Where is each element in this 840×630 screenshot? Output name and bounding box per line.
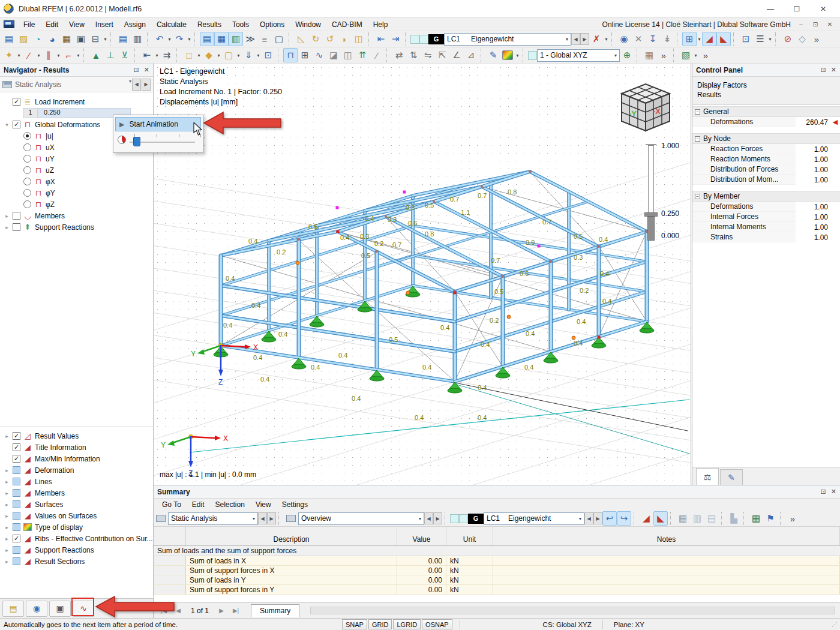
work-plane-status[interactable]: Plane: XY: [609, 621, 649, 628]
table-row[interactable]: Sum of loads in X0.00kN: [154, 556, 840, 566]
control-panel-close-icon[interactable]: ✕: [831, 66, 836, 74]
summary-menu-selection[interactable]: Selection: [211, 500, 250, 509]
snap-toggle-lgrid[interactable]: LGRID: [393, 619, 421, 629]
new-line-icon[interactable]: ∕: [22, 48, 36, 62]
table-row[interactable]: Sum of support forces in X0.00kN: [154, 566, 840, 575]
new-surface-icon[interactable]: □: [182, 48, 196, 62]
dimension-xx-icon[interactable]: ⇥: [388, 32, 403, 46]
navigator-float-icon[interactable]: ⊡: [134, 66, 139, 74]
overflow-row1-icon[interactable]: »: [809, 32, 824, 46]
checkbox[interactable]: ✓: [13, 455, 20, 463]
results-navigator-toggle-icon[interactable]: ▥: [229, 32, 243, 46]
open-model-icon[interactable]: ▨: [16, 32, 31, 46]
checkbox[interactable]: [13, 500, 20, 508]
menu-cad-bim[interactable]: CAD-BIM: [326, 19, 368, 30]
checkbox[interactable]: [13, 512, 20, 520]
display-option-values-on-surfaces[interactable]: ▸◢Values on Surfaces: [1, 510, 153, 521]
trim-tool-icon[interactable]: ∠: [449, 48, 464, 62]
undo-icon[interactable]: ↶: [152, 32, 167, 46]
factor-group-by-member[interactable]: −By Member: [692, 191, 840, 202]
zoom-cancel-icon[interactable]: ⊘: [781, 32, 795, 46]
load-case-combo[interactable]: LC1 Eigengewicht ▾: [444, 33, 571, 46]
magic-wand-icon[interactable]: ✎: [486, 48, 500, 62]
expander-icon[interactable]: ▾: [4, 122, 10, 128]
new-node-icon[interactable]: ✦: [2, 48, 16, 62]
snap-toggle-osnap[interactable]: OSNAP: [422, 619, 452, 629]
page-last-button[interactable]: ▶|: [230, 607, 241, 614]
display-option-title-information[interactable]: ✓◢Title Information: [1, 442, 153, 453]
menu-results[interactable]: Results: [192, 19, 227, 30]
menu-options[interactable]: Options: [254, 19, 290, 30]
summary-analysis-combo[interactable]: Static Analysis▾: [168, 512, 258, 525]
factor-value[interactable]: 260.47: [796, 117, 830, 127]
line-support-icon[interactable]: ⊥: [103, 48, 118, 62]
expander-icon[interactable]: ▸: [4, 213, 10, 219]
menu-tools[interactable]: Tools: [227, 19, 254, 30]
tree-item--y[interactable]: ⊓φY: [1, 187, 153, 199]
new-node-dropdown-icon[interactable]: ▾: [16, 53, 22, 58]
summary-view-combo[interactable]: Overview▾: [298, 512, 424, 525]
new-load-icon[interactable]: ⇓: [241, 48, 256, 62]
factor-value[interactable]: 1.00: [796, 222, 830, 232]
show-result-xxx-icon[interactable]: ◣: [653, 511, 668, 526]
maximize-button[interactable]: ☐: [784, 1, 810, 17]
new-opening-dropdown-icon[interactable]: ▾: [236, 53, 241, 58]
summary-case-next[interactable]: ▶: [593, 512, 602, 524]
summary-close-icon[interactable]: ✕: [831, 488, 836, 496]
factor-value[interactable]: 1.00: [796, 164, 830, 175]
new-model-icon[interactable]: ▤: [2, 32, 16, 46]
save-icon[interactable]: ▣: [74, 32, 88, 46]
tree-item-uz[interactable]: ⊓uZ: [1, 164, 153, 176]
result-diagram-eye-icon[interactable]: ◢: [702, 32, 716, 46]
checkbox[interactable]: [13, 223, 20, 231]
factor-row-internal-moments[interactable]: Internal Moments1.00: [692, 222, 840, 232]
color-scale-icon[interactable]: [502, 50, 513, 60]
printout-report-icon[interactable]: ▤: [116, 32, 130, 46]
radio-button[interactable]: [23, 178, 31, 185]
summary-case-prev[interactable]: ◀: [584, 512, 593, 524]
open-cloud-icon[interactable]: ◔: [31, 32, 45, 46]
coord-system-combo[interactable]: 1 - Global XYZ▾: [537, 49, 620, 62]
display-option-ribs-effective-contribution-on-sur-[interactable]: ▸✓◢Ribs - Effective Contribution on Sur.…: [1, 533, 153, 544]
solid-view-icon[interactable]: ◇: [795, 32, 809, 46]
expander-icon[interactable]: ▸: [4, 224, 10, 230]
redo-dropdown-icon[interactable]: ▾: [187, 37, 192, 42]
display-option-max-min-information[interactable]: ✓◢Max/Min Information: [1, 453, 153, 464]
redo-icon[interactable]: ↷: [172, 32, 187, 46]
project-manager-icon[interactable]: ▦: [59, 32, 74, 46]
show-result-eye-icon[interactable]: ◢: [639, 511, 653, 526]
project-copy-icon[interactable]: ⇱: [435, 48, 449, 62]
summary-menu-settings[interactable]: Settings: [277, 500, 313, 509]
balance-tab-icon[interactable]: ⚖: [696, 468, 719, 485]
report-template-icon[interactable]: ▥: [130, 32, 145, 46]
cs-manager-icon[interactable]: ⊕: [620, 48, 634, 62]
summary-hscrollbar[interactable]: [310, 607, 835, 614]
display-option-result-values[interactable]: ▸✓◿Result Values: [1, 430, 153, 442]
menu-calculate[interactable]: Calculate: [151, 19, 192, 30]
checkbox[interactable]: [13, 523, 20, 531]
factor-row-internal-forces[interactable]: Internal Forces1.00: [692, 212, 840, 222]
camera-tab-icon[interactable]: ▣: [49, 601, 71, 617]
load-on-cube-icon[interactable]: ⊡: [261, 48, 275, 62]
display-option-support-reactions[interactable]: ▸◢Support Reactions: [1, 544, 153, 556]
new-polyline-dropdown-icon[interactable]: ▾: [76, 53, 81, 58]
console-icon[interactable]: ≫: [243, 32, 257, 46]
filter-flag-icon[interactable]: ⚑: [763, 511, 778, 526]
factor-value[interactable]: 1.00: [796, 212, 830, 222]
print-dropdown-icon[interactable]: ▾: [103, 37, 108, 42]
display-panel-icon[interactable]: ▢: [272, 32, 286, 46]
display-option-members[interactable]: ▸◢Members: [1, 487, 153, 499]
snap-toggle-grid[interactable]: GRID: [368, 619, 392, 629]
summary-case-combo[interactable]: LC1 Eigengewicht ▾: [484, 512, 584, 525]
tree-item-uy[interactable]: ⊓uY: [1, 153, 153, 164]
radio-button[interactable]: [23, 155, 31, 163]
overflow-row2a-icon[interactable]: »: [656, 48, 671, 62]
tree-item-members[interactable]: ▸◡Members: [1, 210, 153, 221]
table-view-compact-icon[interactable]: ▤: [704, 511, 719, 526]
minimize-button[interactable]: —: [757, 1, 784, 17]
checkbox[interactable]: ✓: [13, 443, 20, 451]
table-row[interactable]: Sum of loads in Y0.00kN: [154, 575, 840, 585]
menu-edit[interactable]: Edit: [40, 19, 64, 30]
snap-toggle-snap[interactable]: SNAP: [342, 619, 367, 629]
print-preview-tab-icon[interactable]: ▤: [2, 601, 24, 617]
